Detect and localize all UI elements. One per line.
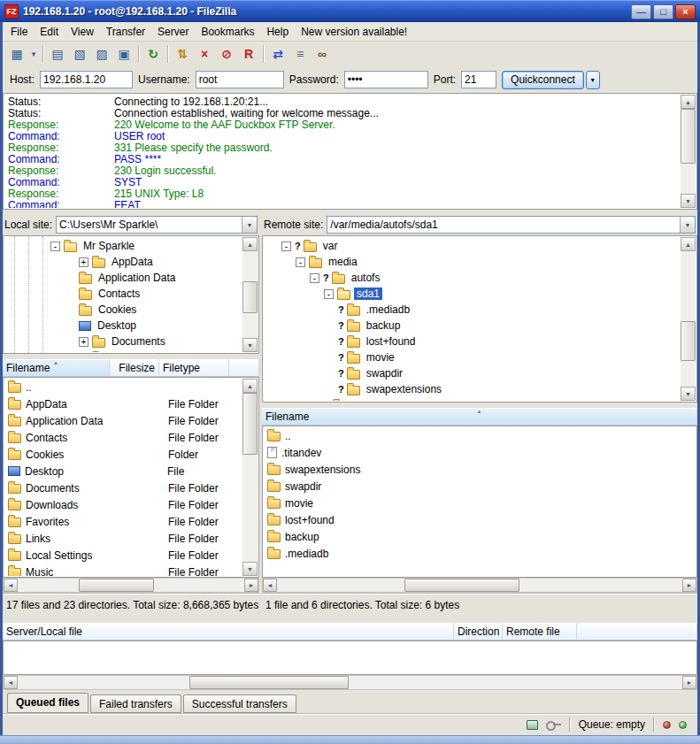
tree-item-appdata[interactable]: +AppData <box>4 254 242 270</box>
menu-item-new-version-available[interactable]: New version available! <box>295 23 413 41</box>
file-row-lost-found[interactable]: lost+found <box>264 511 696 528</box>
scrollbar-thumb[interactable] <box>242 281 258 313</box>
scroll-down-icon[interactable]: ▼ <box>242 562 258 576</box>
file-row-local-settings[interactable]: Local SettingsFile Folder <box>4 547 242 564</box>
file-row-links[interactable]: LinksFile Folder <box>4 530 242 547</box>
tree-expander-icon[interactable]: + <box>79 337 88 347</box>
scroll-right-icon[interactable]: ► <box>682 676 696 689</box>
tree-item-cookies[interactable]: Cookies <box>4 302 242 318</box>
process-queue-button[interactable]: ⇅ <box>172 44 193 64</box>
close-button[interactable]: × <box>675 4 696 19</box>
message-log-scrollbar[interactable]: ▲ ▼ <box>681 95 696 208</box>
find-files-button[interactable]: ∞ <box>312 44 333 64</box>
scroll-left-icon[interactable]: ◄ <box>4 579 18 592</box>
tree-item-var[interactable]: -?var <box>264 238 681 254</box>
tree-item-autofs[interactable]: -?autofs <box>264 270 681 286</box>
scroll-up-icon[interactable]: ▲ <box>242 379 258 393</box>
port-input[interactable] <box>461 71 496 88</box>
file-row-cookies[interactable]: CookiesFolder <box>4 446 242 463</box>
tab-failed-transfers[interactable]: Failed transfers <box>90 694 181 713</box>
site-manager-dropdown[interactable]: ▾ <box>28 44 39 64</box>
scroll-up-icon[interactable]: ▲ <box>242 237 258 251</box>
menu-item-bookmarks[interactable]: Bookmarks <box>195 23 260 41</box>
menu-item-transfer[interactable]: Transfer <box>100 23 151 41</box>
tree-item-mr-sparkle[interactable]: -Mr Sparkle <box>4 238 242 254</box>
scrollbar-thumb[interactable] <box>404 579 519 592</box>
transfer-queue-list[interactable] <box>3 640 697 675</box>
scrollbar-thumb[interactable] <box>681 321 696 361</box>
column-header-filetype[interactable]: Filetype <box>159 359 229 377</box>
file-row-titandev[interactable]: .titandev <box>264 444 696 461</box>
chevron-down-icon[interactable]: ▼ <box>680 217 695 233</box>
password-input[interactable] <box>344 71 428 88</box>
key-icon[interactable] <box>546 721 561 728</box>
scroll-up-icon[interactable]: ▲ <box>681 95 696 109</box>
menu-item-edit[interactable]: Edit <box>34 23 65 41</box>
tab-successful-transfers[interactable]: Successful transfers <box>183 694 296 713</box>
scroll-up-icon[interactable]: ▲ <box>681 237 696 251</box>
menu-item-help[interactable]: Help <box>260 23 295 41</box>
file-row-item[interactable]: .. <box>4 379 242 395</box>
tree-item-application-data[interactable]: Application Data <box>4 270 242 286</box>
tree-expander-icon[interactable]: - <box>310 273 319 283</box>
tree-item-downloads[interactable]: +Downloads <box>4 349 242 352</box>
tree-expander-icon[interactable]: - <box>281 242 291 251</box>
remote-tree-scrollbar[interactable]: ▲ ▼ <box>681 237 696 401</box>
scroll-right-icon[interactable]: ► <box>244 579 258 592</box>
tree-item-dvd[interactable]: ?dvd <box>264 397 681 401</box>
local-list-scrollbar[interactable]: ▲ ▼ <box>242 379 258 576</box>
toggle-local-tree-button[interactable]: ▧ <box>69 44 90 64</box>
menu-item-view[interactable]: View <box>65 23 100 41</box>
menu-item-file[interactable]: File <box>4 23 34 41</box>
file-row-item[interactable]: .. <box>264 427 696 444</box>
column-header-filesize[interactable]: Filesize <box>110 359 159 377</box>
tree-item-mediadb[interactable]: ?.mediadb <box>264 302 681 318</box>
menu-item-server[interactable]: Server <box>151 23 195 41</box>
toggle-message-log-button[interactable]: ▤ <box>47 44 68 64</box>
queue-column-remote-file[interactable]: Remote file <box>503 623 577 640</box>
maximize-button[interactable]: □ <box>653 4 673 19</box>
file-row-appdata[interactable]: AppDataFile Folder <box>4 395 242 412</box>
scroll-down-icon[interactable]: ▼ <box>681 194 696 208</box>
scroll-left-icon[interactable]: ◄ <box>263 579 277 592</box>
remote-list-hscrollbar[interactable]: ◄ ► <box>262 578 697 593</box>
tree-item-media[interactable]: -media <box>264 254 681 270</box>
disconnect-button[interactable]: ⊘ <box>216 44 237 64</box>
file-row-swapextensions[interactable]: swapextensions <box>264 461 696 478</box>
file-row-downloads[interactable]: DownloadsFile Folder <box>4 496 242 513</box>
local-tree-scrollbar[interactable]: ▲ ▼ <box>242 237 258 352</box>
file-row-application-data[interactable]: Application DataFile Folder <box>4 412 242 429</box>
file-row-desktop[interactable]: DesktopFile <box>4 463 242 479</box>
toggle-remote-tree-button[interactable]: ▨ <box>91 44 112 64</box>
file-row-mediadb[interactable]: .mediadb <box>264 545 696 562</box>
tree-item-backup[interactable]: ?backup <box>264 318 681 334</box>
local-site-combobox[interactable]: C:\Users\Mr Sparkle\ ▼ <box>56 216 258 234</box>
column-header-filename[interactable]: ▲Filename <box>3 359 110 377</box>
file-row-backup[interactable]: backup <box>264 528 696 545</box>
chevron-down-icon[interactable]: ▼ <box>242 217 257 233</box>
scrollbar-thumb[interactable] <box>681 109 696 164</box>
column-header-filename[interactable]: ▲Filename <box>262 408 697 426</box>
toggle-queue-button[interactable]: ▣ <box>113 44 135 64</box>
tree-expander-icon[interactable]: + <box>79 257 88 267</box>
tree-expander-icon[interactable]: - <box>324 289 334 299</box>
file-row-music[interactable]: MusicFile Folder <box>4 564 242 576</box>
quickconnect-dropdown-button[interactable]: ▼ <box>586 71 600 89</box>
file-row-documents[interactable]: DocumentsFile Folder <box>4 479 242 496</box>
queue-column-server-local-file[interactable]: Server/Local file <box>3 623 454 640</box>
remote-site-combobox[interactable]: /var/media/autofs/sda1 ▼ <box>327 216 696 234</box>
reconnect-button[interactable]: R <box>238 44 259 64</box>
tree-item-contacts[interactable]: Contacts <box>4 286 242 302</box>
site-manager-button[interactable]: ▦ <box>6 44 27 64</box>
scroll-down-icon[interactable]: ▼ <box>681 387 696 401</box>
synchronized-browsing-button[interactable]: ≡ <box>289 44 311 64</box>
scrollbar-thumb[interactable] <box>79 579 154 592</box>
tree-item-documents[interactable]: +Documents <box>4 334 242 349</box>
local-list-hscrollbar[interactable]: ◄ ► <box>3 578 259 593</box>
tab-queued-files[interactable]: Queued files <box>7 693 88 713</box>
file-row-movie[interactable]: movie <box>264 495 696 511</box>
quickconnect-button[interactable]: Quickconnect <box>502 71 584 89</box>
file-row-swapdir[interactable]: swapdir <box>264 478 696 495</box>
directory-comparison-button[interactable]: ⇄ <box>267 44 288 64</box>
file-row-contacts[interactable]: ContactsFile Folder <box>4 429 242 446</box>
